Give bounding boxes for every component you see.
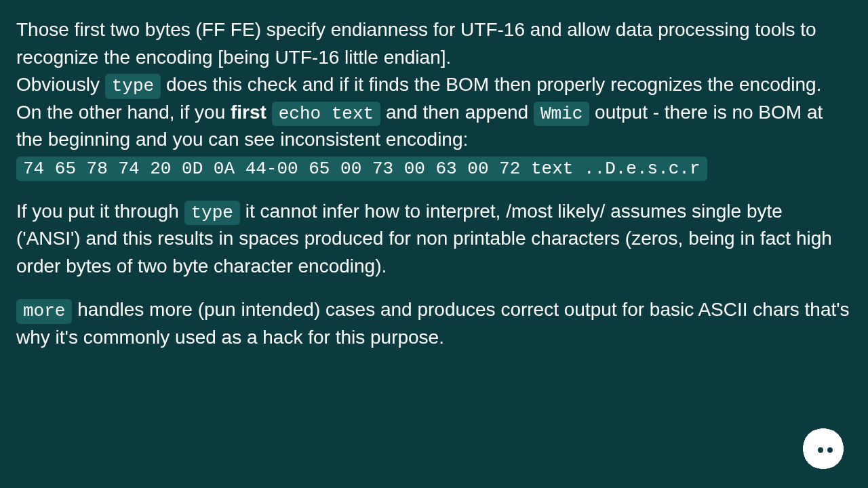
paragraph-1: Those first two bytes (FF FE) specify en… xyxy=(16,16,852,182)
code-wmic: Wmic xyxy=(534,102,589,127)
author-avatar[interactable] xyxy=(803,428,844,469)
space xyxy=(267,102,272,123)
code-echo-text: echo text xyxy=(272,102,380,127)
text-line-1: Those first two bytes (FF FE) specify en… xyxy=(16,19,816,68)
text-p3a: handles more (pun intended) cases and pr… xyxy=(16,299,850,348)
text-line-3b: and then append xyxy=(380,102,534,123)
code-more: more xyxy=(16,299,72,324)
paragraph-3: more handles more (pun intended) cases a… xyxy=(16,296,852,351)
text-line-3a: On the other hand, if you xyxy=(16,102,231,123)
text-line-2b: does this check and if it finds the BOM … xyxy=(161,74,821,95)
code-type-1: type xyxy=(105,74,161,99)
paragraph-2: If you put it through type it cannot inf… xyxy=(16,198,852,281)
text-line-2a: Obviously xyxy=(16,74,105,95)
code-hex-dump: 74 65 78 74 20 0D 0A 44-00 65 00 73 00 6… xyxy=(16,157,707,182)
text-p2a: If you put it through xyxy=(16,201,184,222)
bold-first: first xyxy=(231,102,267,123)
code-type-2: type xyxy=(184,201,240,226)
answer-body: Those first two bytes (FF FE) specify en… xyxy=(0,0,868,352)
